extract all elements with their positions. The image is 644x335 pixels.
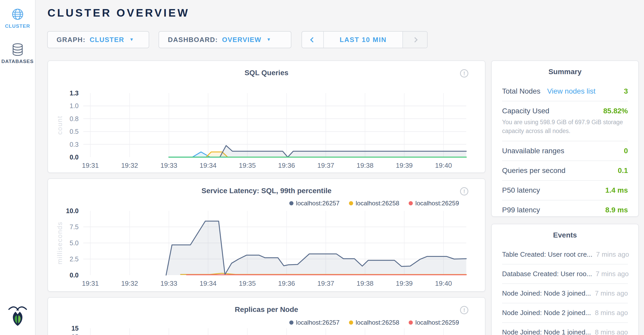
dashboard-dropdown[interactable]: DASHBOARD: OVERVIEW ▼ [159, 31, 291, 48]
summary-row-p50: P50 latency 1.4 ms [502, 181, 628, 200]
dashboard-dropdown-label: DASHBOARD: [168, 36, 218, 44]
svg-text:19:34: 19:34 [200, 280, 216, 287]
view-nodes-list-link[interactable]: View nodes list [547, 87, 595, 95]
svg-text:19:40: 19:40 [435, 280, 452, 287]
dashboard-dropdown-value: OVERVIEW [222, 36, 262, 44]
time-range-next-button[interactable] [402, 32, 427, 48]
time-range-value[interactable]: LAST 10 MIN [324, 32, 402, 48]
capacity-value: 85.82% [603, 107, 628, 115]
sidebar-item-label: DATABASES [1, 59, 33, 64]
capacity-subtext: You are using 598.9 GiB of 697.9 GiB sto… [502, 118, 628, 135]
event-row: Node Joined: Node 3 joined...7 mins ago [502, 284, 628, 303]
event-time: 7 mins ago [596, 250, 629, 259]
cluster-overview-page: CLUSTER DATABASES [0, 0, 644, 335]
svg-text:19:40: 19:40 [435, 162, 452, 169]
chevron-right-icon [412, 37, 418, 42]
svg-text:19:38: 19:38 [357, 162, 373, 169]
summary-row-qps: Queries per second 0.1 [502, 161, 628, 181]
chevron-down-icon: ▼ [129, 37, 134, 42]
graph-dropdown-label: GRAPH: [57, 36, 86, 44]
svg-text:19:38: 19:38 [357, 280, 373, 287]
svg-text:milliseconds: milliseconds [56, 221, 64, 264]
cluster-globe-icon [11, 8, 24, 21]
svg-text:19:37: 19:37 [317, 162, 334, 169]
event-row: Table Created: User root cre...7 mins ag… [502, 245, 628, 264]
svg-text:19:35: 19:35 [239, 162, 256, 169]
svg-text:19:34: 19:34 [200, 162, 216, 169]
total-nodes-value: 3 [624, 87, 628, 95]
event-time: 8 mins ago [595, 309, 628, 317]
event-row: Node Joined: Node 2 joined...8 mins ago [502, 303, 628, 323]
page-title: CLUSTER OVERVIEW [47, 7, 190, 19]
svg-text:0.5: 0.5 [70, 128, 79, 135]
sidebar: CLUSTER DATABASES [0, 0, 36, 335]
replicas-per-node-chart-card: Replicas per Node ! localhost:26257local… [47, 297, 485, 335]
total-nodes-label: Total Nodes [502, 87, 540, 95]
svg-text:10.0: 10.0 [66, 207, 79, 214]
event-row: Database Created: User roo...7 mins ago [502, 264, 628, 284]
event-text: Node Joined: Node 1 joined... [502, 328, 591, 335]
svg-text:15: 15 [71, 325, 79, 332]
cockroachdb-logo [6, 304, 29, 329]
summary-panel: Summary Total Nodes View nodes list 3 Ca… [491, 60, 639, 217]
svg-text:2.5: 2.5 [70, 255, 79, 263]
svg-text:10: 10 [71, 333, 79, 335]
graph-dropdown-value: CLUSTER [90, 36, 124, 44]
svg-text:19:31: 19:31 [82, 162, 99, 169]
svg-text:0.0: 0.0 [70, 271, 79, 279]
time-range-prev-button[interactable] [302, 32, 324, 48]
svg-text:1.0: 1.0 [70, 102, 79, 109]
event-text: Database Created: User roo... [502, 270, 592, 278]
time-range-selector: LAST 10 MIN [302, 31, 428, 48]
sql-queries-chart-card: SQL Queries ! 0.00.30.50.81.01.319:3119:… [47, 60, 485, 173]
svg-text:19:31: 19:31 [82, 280, 99, 287]
summary-row-unavailable-ranges: Unavailable ranges 0 [502, 141, 628, 161]
svg-text:count: count [56, 116, 64, 135]
event-row: Node Joined: Node 1 joined...8 mins ago [502, 323, 628, 335]
sidebar-item-databases[interactable]: DATABASES [0, 43, 35, 64]
sidebar-item-label: CLUSTER [5, 23, 30, 29]
event-text: Node Joined: Node 2 joined... [502, 309, 591, 317]
svg-text:19:36: 19:36 [278, 280, 295, 287]
svg-text:19:36: 19:36 [278, 162, 295, 169]
event-text: Table Created: User root cre... [502, 250, 592, 259]
service-latency-chart-card: Service Latency: SQL, 99th percentile ! … [47, 178, 485, 292]
events-panel: Events Table Created: User root cre...7 … [491, 224, 639, 335]
events-title: Events [492, 224, 638, 239]
databases-icon [12, 43, 24, 56]
sql-queries-chart-canvas: 0.00.30.50.81.01.319:3119:3219:3319:3419… [48, 61, 486, 173]
svg-text:0.8: 0.8 [70, 115, 79, 122]
summary-row-p99: P99 latency 8.9 ms [502, 200, 628, 220]
svg-text:19:39: 19:39 [396, 162, 413, 169]
svg-text:7.5: 7.5 [70, 223, 79, 231]
chevron-down-icon: ▼ [266, 37, 271, 42]
svg-text:19:32: 19:32 [121, 162, 138, 169]
svg-text:19:39: 19:39 [396, 280, 413, 287]
svg-text:19:33: 19:33 [160, 280, 177, 287]
service-latency-chart-canvas: 0.02.55.07.510.019:3119:3219:3319:3419:3… [48, 179, 486, 292]
chevron-left-icon [310, 37, 315, 42]
event-time: 7 mins ago [596, 270, 629, 278]
event-text: Node Joined: Node 3 joined... [502, 289, 591, 297]
svg-text:19:37: 19:37 [317, 280, 334, 287]
svg-text:19:33: 19:33 [160, 162, 177, 169]
summary-title: Summary [492, 61, 638, 76]
sidebar-item-cluster[interactable]: CLUSTER [0, 8, 35, 29]
summary-row-total-nodes: Total Nodes View nodes list 3 [502, 82, 628, 101]
svg-text:0.3: 0.3 [70, 141, 79, 148]
event-time: 8 mins ago [595, 328, 628, 335]
replicas-per-node-chart-canvas: 1510 [48, 298, 486, 335]
svg-text:1.3: 1.3 [70, 89, 79, 97]
event-time: 7 mins ago [595, 289, 628, 297]
graph-dropdown[interactable]: GRAPH: CLUSTER ▼ [47, 31, 149, 48]
svg-text:19:35: 19:35 [239, 280, 256, 287]
svg-text:0.0: 0.0 [70, 153, 79, 161]
svg-text:5.0: 5.0 [70, 239, 79, 247]
capacity-label: Capacity Used [502, 107, 549, 115]
svg-text:19:32: 19:32 [121, 280, 138, 287]
summary-row-capacity: Capacity Used 85.82% You are using 598.9… [502, 101, 628, 141]
